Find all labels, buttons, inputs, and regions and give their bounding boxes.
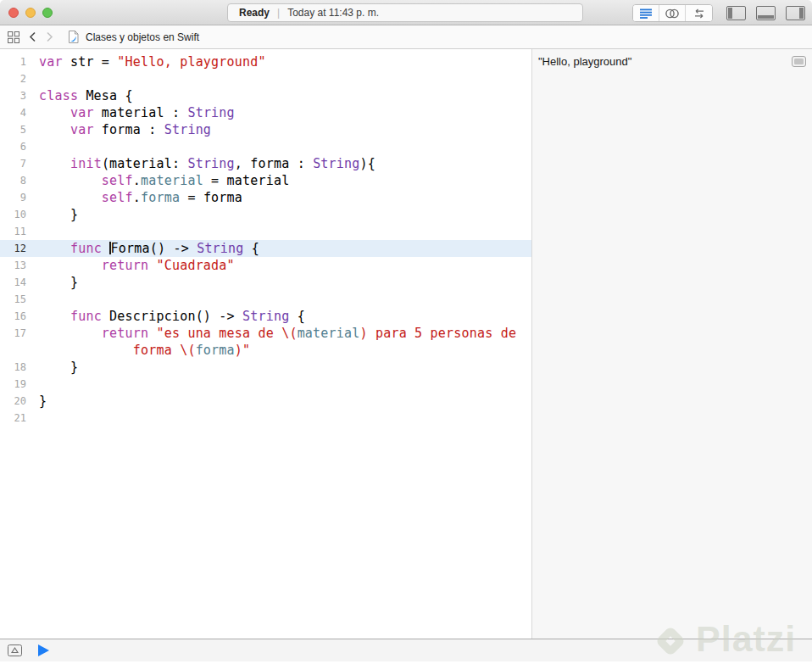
code-line[interactable]: 20} xyxy=(0,393,531,410)
code-line[interactable]: 17 return "es una mesa de \(material) pa… xyxy=(0,325,531,342)
code-line[interactable]: 9 self.forma = forma xyxy=(0,189,531,206)
code-line[interactable]: 16 func Descripcion() -> String { xyxy=(0,308,531,325)
result-text: "Hello, playground" xyxy=(538,55,631,68)
playground-file-icon xyxy=(68,31,79,43)
toolbar-buttons xyxy=(632,4,806,22)
line-number: 17 xyxy=(0,325,26,342)
panel-toggle-buttons xyxy=(725,5,806,22)
code-line[interactable]: 15 xyxy=(0,291,531,308)
code-text: func Forma() -> String { xyxy=(26,240,259,257)
main-content: 1var str = "Hello, playground"23class Me… xyxy=(0,49,812,639)
forward-button[interactable] xyxy=(46,31,53,42)
code-text: init(material: String, forma : String){ xyxy=(26,155,375,172)
line-number: 5 xyxy=(0,121,26,138)
code-text: } xyxy=(26,274,78,291)
result-item[interactable]: "Hello, playground" xyxy=(532,53,812,70)
code-text xyxy=(26,410,39,427)
standard-editor-button[interactable] xyxy=(633,5,659,21)
toggle-inspectors-button[interactable] xyxy=(784,5,806,22)
show-result-button[interactable] xyxy=(792,56,806,67)
line-number: 13 xyxy=(0,257,26,274)
line-number: 15 xyxy=(0,291,26,308)
title-bar: Ready | Today at 11:43 p. m. xyxy=(0,0,812,25)
close-button[interactable] xyxy=(8,8,19,18)
minimize-button[interactable] xyxy=(25,8,36,18)
line-number: 2 xyxy=(0,70,26,87)
assistant-editor-icon xyxy=(665,8,680,19)
code-editor[interactable]: 1var str = "Hello, playground"23class Me… xyxy=(0,49,531,639)
line-number: 7 xyxy=(0,155,26,172)
related-items-button[interactable] xyxy=(8,31,19,43)
standard-editor-icon xyxy=(639,8,653,19)
code-text: return "es una mesa de \(material) para … xyxy=(26,325,516,342)
results-sidebar: "Hello, playground" xyxy=(531,49,812,639)
code-line[interactable]: 11 xyxy=(0,223,531,240)
code-text: } xyxy=(26,393,47,410)
window-controls xyxy=(8,8,53,18)
line-number: 16 xyxy=(0,308,26,325)
line-number: 18 xyxy=(0,359,26,376)
line-number: 14 xyxy=(0,274,26,291)
editor-mode-segmented-control xyxy=(632,4,713,22)
line-number: 21 xyxy=(0,410,26,427)
code-line[interactable]: 13 return "Cuadrada" xyxy=(0,257,531,274)
status-separator: | xyxy=(277,7,280,19)
version-editor-icon xyxy=(692,8,707,19)
code-line[interactable]: 2 xyxy=(0,70,531,87)
line-number: 10 xyxy=(0,206,26,223)
line-number: 1 xyxy=(0,53,26,70)
line-number xyxy=(0,342,26,359)
code-line[interactable]: 5 var forma : String xyxy=(0,121,531,138)
line-number: 12 xyxy=(0,240,26,257)
code-text: return "Cuadrada" xyxy=(26,257,235,274)
code-text xyxy=(26,376,39,393)
toggle-navigator-button[interactable] xyxy=(725,5,747,22)
debug-panel-icon xyxy=(756,6,776,20)
code-line[interactable]: 19 xyxy=(0,376,531,393)
code-text: } xyxy=(26,359,78,376)
code-line[interactable]: 10 } xyxy=(0,206,531,223)
code-line[interactable]: 3class Mesa { xyxy=(0,87,531,104)
line-number: 6 xyxy=(0,138,26,155)
activity-viewer: Ready | Today at 11:43 p. m. xyxy=(227,3,583,22)
code-text: var str = "Hello, playground" xyxy=(26,53,266,70)
code-line[interactable]: 14 } xyxy=(0,274,531,291)
zoom-button[interactable] xyxy=(42,8,53,18)
line-number: 19 xyxy=(0,376,26,393)
navigator-panel-icon xyxy=(726,6,746,20)
code-text xyxy=(26,70,39,87)
code-line[interactable]: forma \(forma)" xyxy=(0,342,531,359)
back-button[interactable] xyxy=(29,31,36,42)
chevron-right-icon xyxy=(46,31,53,42)
line-number: 20 xyxy=(0,393,26,410)
code-line[interactable]: 21 xyxy=(0,410,531,427)
line-number: 4 xyxy=(0,104,26,121)
xcode-playground-window: Ready | Today at 11:43 p. m. xyxy=(0,0,812,664)
code-text: self.material = material xyxy=(26,172,289,189)
code-line[interactable]: 1var str = "Hello, playground" xyxy=(0,53,531,70)
run-playground-button[interactable] xyxy=(38,644,49,656)
code-line[interactable]: 4 var material : String xyxy=(0,104,531,121)
debug-bar xyxy=(0,639,812,661)
assistant-editor-button[interactable] xyxy=(659,5,686,21)
version-editor-button[interactable] xyxy=(686,5,712,21)
code-text: class Mesa { xyxy=(26,87,133,104)
code-line[interactable]: 18 } xyxy=(0,359,531,376)
code-text: var forma : String xyxy=(26,121,211,138)
toggle-debug-area-bottom-button[interactable] xyxy=(8,644,22,656)
code-line[interactable]: 12 func Forma() -> String { xyxy=(0,240,531,257)
code-text: } xyxy=(26,206,78,223)
code-line[interactable]: 8 self.material = material xyxy=(0,172,531,189)
document-title[interactable]: Clases y objetos en Swift xyxy=(86,31,199,43)
code-line[interactable]: 7 init(material: String, forma : String)… xyxy=(0,155,531,172)
code-text: self.forma = forma xyxy=(26,189,242,206)
code-text: var material : String xyxy=(26,104,235,121)
line-number: 9 xyxy=(0,189,26,206)
line-number: 3 xyxy=(0,87,26,104)
code-line[interactable]: 6 xyxy=(0,138,531,155)
code-text: forma \(forma)" xyxy=(26,342,250,359)
toggle-debug-area-button[interactable] xyxy=(754,5,776,22)
status-text: Ready xyxy=(239,7,270,19)
debug-area-toggle-icon xyxy=(8,644,22,656)
jump-bar: Clases y objetos en Swift xyxy=(0,25,812,49)
